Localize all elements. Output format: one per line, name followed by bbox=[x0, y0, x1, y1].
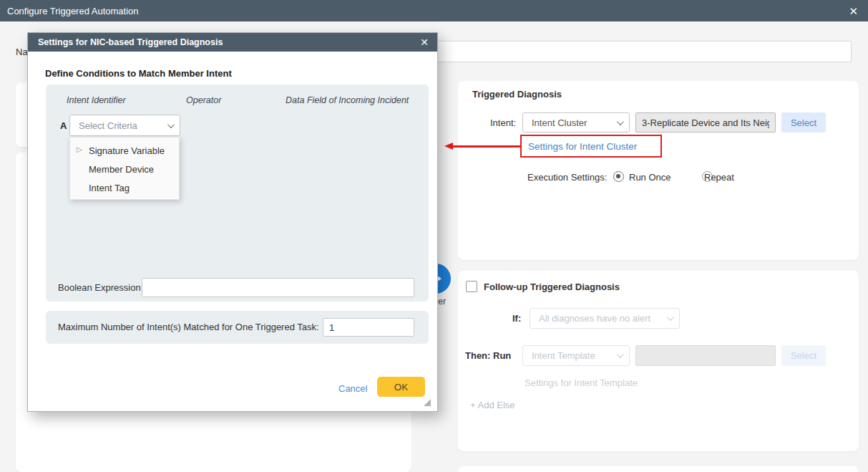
max-intents-panel: Maximum Number of Intent(s) Matched for … bbox=[46, 311, 429, 344]
modal-title: Settings for NIC-based Triggered Diagnos… bbox=[38, 37, 223, 47]
run-once-radio[interactable] bbox=[613, 171, 624, 182]
caret-right-icon: ▷ bbox=[77, 145, 82, 153]
modal-header: Settings for NIC-based Triggered Diagnos… bbox=[28, 33, 437, 52]
cancel-button[interactable]: Cancel bbox=[338, 383, 367, 394]
execution-settings-label: Execution Settings: bbox=[527, 172, 607, 183]
run-once-label: Run Once bbox=[629, 172, 671, 183]
intent-select-button[interactable]: Select bbox=[781, 112, 826, 133]
then-name-input bbox=[635, 345, 776, 366]
add-else-link[interactable]: + Add Else bbox=[470, 400, 515, 410]
triggered-diagnosis-card bbox=[458, 81, 859, 260]
menu-item-intent-tag[interactable]: Intent Tag bbox=[70, 178, 179, 197]
menu-item-label: Signature Variable bbox=[89, 145, 165, 156]
annotation-arrow-head-icon bbox=[444, 143, 453, 150]
settings-for-intent-template-link: Settings for Intent Template bbox=[525, 377, 638, 388]
condition-row-letter: A bbox=[60, 120, 67, 131]
menu-item-label: Intent Tag bbox=[89, 183, 130, 193]
criteria-select[interactable]: Select Criteria bbox=[69, 115, 180, 136]
chevron-down-icon bbox=[667, 314, 674, 321]
annotation-highlight-box bbox=[520, 135, 662, 158]
intent-name-input[interactable] bbox=[635, 112, 776, 133]
resize-handle-icon[interactable] bbox=[424, 399, 431, 406]
then-type-select: Intent Template bbox=[522, 345, 630, 366]
column-header-data-field: Data Field of Incoming Incident bbox=[286, 95, 409, 105]
chevron-down-icon bbox=[167, 121, 175, 128]
intent-label: Intent: bbox=[490, 117, 516, 128]
criteria-dropdown-menu: ▷ Signature Variable Member Device Inten… bbox=[69, 137, 180, 200]
settings-modal: Settings for NIC-based Triggered Diagnos… bbox=[27, 32, 438, 412]
chevron-down-icon bbox=[617, 351, 624, 358]
if-condition-select: All diagnoses have no alert bbox=[530, 308, 680, 329]
diagram-node-label-fragment: er bbox=[438, 297, 446, 307]
window-title: Configure Triggered Automation bbox=[7, 6, 139, 16]
then-select-button: Select bbox=[781, 345, 826, 366]
followup-checkbox[interactable] bbox=[466, 281, 477, 292]
column-header-intent-identifier: Intent Identifier bbox=[67, 95, 126, 105]
chevron-down-icon bbox=[617, 118, 624, 125]
column-header-operator: Operator bbox=[186, 95, 221, 105]
if-label: If: bbox=[512, 313, 521, 324]
criteria-placeholder: Select Criteria bbox=[79, 120, 137, 131]
window-titlebar: Configure Triggered Automation ✕ bbox=[0, 0, 868, 21]
repeat-label: Repeat bbox=[704, 172, 734, 183]
annotation-arrow-line bbox=[453, 145, 521, 148]
boolean-expression-label: Boolean Expression: bbox=[58, 282, 143, 293]
triggered-diagnosis-title: Triggered Diagnosis bbox=[472, 89, 562, 100]
followup-title: Follow-up Triggered Diagnosis bbox=[484, 281, 620, 292]
then-run-label: Then: Run bbox=[465, 350, 511, 361]
window-close-icon[interactable]: ✕ bbox=[846, 4, 861, 18]
max-intents-label: Maximum Number of Intent(s) Matched for … bbox=[58, 322, 319, 332]
conditions-panel: Intent Identifier Operator Data Field of… bbox=[46, 85, 429, 302]
if-condition-value: All diagnoses have no alert bbox=[539, 313, 650, 324]
menu-item-member-device[interactable]: Member Device bbox=[70, 160, 179, 178]
background-card-bottom-right bbox=[458, 466, 859, 472]
menu-item-signature-variable[interactable]: ▷ Signature Variable bbox=[70, 141, 179, 160]
ok-button[interactable]: OK bbox=[377, 377, 425, 397]
modal-section-title: Define Conditions to Match Member Intent bbox=[45, 68, 232, 79]
boolean-expression-input[interactable] bbox=[142, 278, 414, 297]
intent-type-value: Intent Cluster bbox=[532, 117, 587, 128]
intent-type-select[interactable]: Intent Cluster bbox=[522, 112, 630, 133]
max-intents-input[interactable] bbox=[323, 318, 414, 337]
then-type-value: Intent Template bbox=[532, 350, 595, 361]
menu-item-label: Member Device bbox=[89, 164, 154, 175]
modal-close-icon[interactable]: ✕ bbox=[420, 37, 429, 48]
